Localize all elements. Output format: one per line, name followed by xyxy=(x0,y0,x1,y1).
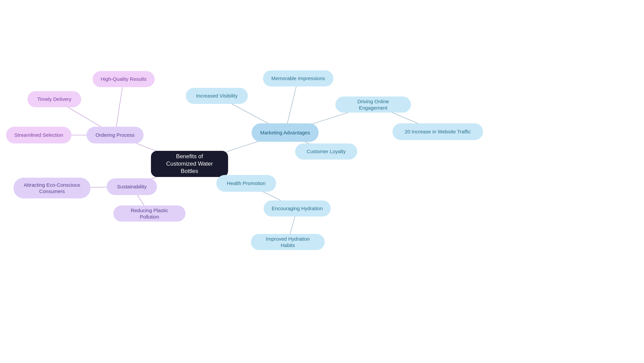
encouraging-hydration-node: Encouraging Hydration xyxy=(264,200,331,217)
website-traffic-node: 20 Increase in Website Traffic xyxy=(392,123,483,140)
streamlined-label: Streamlined Selection xyxy=(14,132,63,138)
website-traffic-label: 20 Increase in Website Traffic xyxy=(405,128,471,135)
reducing-plastic-node: Reducing Plastic Pollution xyxy=(113,205,185,222)
high-quality-results-node: High-Quality Results xyxy=(93,71,155,87)
health-promotion-label: Health Promotion xyxy=(227,180,266,187)
center-node: Benefits of Customized Water Bottles xyxy=(151,151,228,177)
attracting-eco-label: Attracting Eco-Conscious Consumers xyxy=(21,182,83,195)
driving-online-label: Driving Online Engagement xyxy=(343,98,404,111)
center-label: Benefits of Customized Water Bottles xyxy=(160,153,219,175)
improved-hydration-node: Improved Hydration Habits xyxy=(251,234,325,250)
ordering-process-label: Ordering Process xyxy=(96,132,135,138)
streamlined-selection-node: Streamlined Selection xyxy=(6,127,71,143)
reducing-plastic-label: Reducing Plastic Pollution xyxy=(121,207,178,220)
increased-visibility-node: Increased Visibility xyxy=(186,88,248,104)
marketing-advantages-node: Marketing Advantages xyxy=(252,123,319,142)
memorable-label: Memorable Impressions xyxy=(271,75,325,82)
improved-hydration-label: Improved Hydration Habits xyxy=(258,236,317,249)
health-promotion-node: Health Promotion xyxy=(216,175,276,192)
customer-loyalty-node: Customer Loyalty xyxy=(295,143,357,160)
customer-loyalty-label: Customer Loyalty xyxy=(307,148,346,155)
timely-delivery-label: Timely Delivery xyxy=(37,96,71,103)
increased-visibility-label: Increased Visibility xyxy=(196,93,238,99)
timely-delivery-node: Timely Delivery xyxy=(28,91,81,107)
attracting-eco-node: Attracting Eco-Conscious Consumers xyxy=(13,178,91,198)
ordering-process-node: Ordering Process xyxy=(87,127,144,143)
driving-online-node: Driving Online Engagement xyxy=(335,97,411,113)
high-quality-label: High-Quality Results xyxy=(101,76,147,82)
memorable-impressions-node: Memorable Impressions xyxy=(263,70,333,86)
sustainability-node: Sustainability xyxy=(107,178,157,195)
marketing-label: Marketing Advantages xyxy=(260,129,310,136)
sustainability-label: Sustainability xyxy=(117,183,147,190)
connections-svg xyxy=(0,0,644,363)
mindmap-container: Benefits of Customized Water Bottles Ord… xyxy=(0,0,644,363)
encouraging-hydration-label: Encouraging Hydration xyxy=(272,205,323,212)
